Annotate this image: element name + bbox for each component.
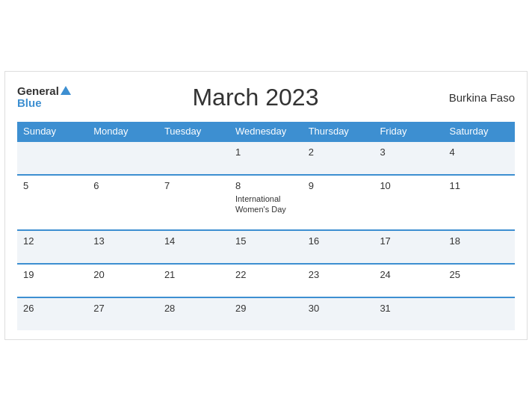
calendar-cell: 21	[158, 264, 229, 297]
day-number: 23	[309, 269, 368, 280]
day-number: 25	[450, 269, 509, 280]
calendar-cell: 6	[87, 175, 158, 231]
calendar-cell: 5	[17, 175, 87, 231]
day-number: 28	[164, 303, 223, 314]
calendar-cell: 14	[158, 230, 229, 264]
weekday-header-sunday: Sunday	[17, 122, 87, 141]
week-row-1: 1234	[17, 141, 515, 175]
day-number: 16	[309, 235, 368, 247]
day-number: 3	[380, 146, 437, 158]
calendar-cell: 9	[303, 175, 374, 231]
calendar-container: General Blue March 2023 Burkina Faso Sun…	[4, 71, 528, 341]
week-row-2: 5678International Women's Day91011	[17, 175, 515, 231]
day-number: 13	[93, 235, 152, 247]
day-number: 29	[235, 303, 297, 314]
day-number: 10	[380, 180, 437, 191]
calendar-cell: 11	[444, 175, 515, 231]
calendar-cell: 25	[444, 264, 515, 297]
calendar-cell: 20	[87, 264, 158, 297]
day-number: 4	[450, 146, 509, 158]
logo-blue-text: Blue	[17, 96, 42, 109]
logo-triangle-icon	[61, 86, 71, 95]
day-number: 8	[235, 180, 297, 191]
day-number: 21	[164, 269, 223, 280]
calendar-cell: 22	[229, 264, 303, 297]
calendar-cell: 15	[229, 230, 303, 264]
day-number: 22	[235, 269, 297, 280]
calendar-cell: 28	[158, 297, 229, 330]
weekday-header-row: SundayMondayTuesdayWednesdayThursdayFrid…	[17, 122, 515, 141]
calendar-cell: 4	[444, 141, 515, 175]
day-number: 17	[380, 235, 437, 247]
week-row-4: 19202122232425	[17, 264, 515, 297]
calendar-cell: 31	[374, 297, 443, 330]
week-row-5: 262728293031	[17, 297, 515, 330]
day-number: 20	[93, 269, 152, 280]
weekday-header-tuesday: Tuesday	[158, 122, 229, 141]
day-number: 15	[235, 235, 297, 247]
day-number: 12	[23, 235, 81, 247]
week-row-3: 12131415161718	[17, 230, 515, 264]
calendar-cell: 13	[87, 230, 158, 264]
day-number: 26	[23, 303, 81, 314]
calendar-cell: 7	[158, 175, 229, 231]
calendar-cell: 24	[374, 264, 443, 297]
calendar-cell: 12	[17, 230, 87, 264]
calendar-cell: 16	[303, 230, 374, 264]
calendar-cell	[158, 141, 229, 175]
calendar-title: March 2023	[71, 84, 440, 111]
calendar-cell: 10	[374, 175, 443, 231]
weekday-header-monday: Monday	[87, 122, 158, 141]
calendar-cell: 29	[229, 297, 303, 330]
day-number: 7	[164, 180, 223, 191]
weekday-header-saturday: Saturday	[444, 122, 515, 141]
calendar-table: SundayMondayTuesdayWednesdayThursdayFrid…	[17, 122, 515, 331]
calendar-cell: 3	[374, 141, 443, 175]
calendar-cell: 18	[444, 230, 515, 264]
calendar-cell: 30	[303, 297, 374, 330]
day-number: 9	[309, 180, 368, 191]
day-number: 31	[380, 303, 437, 314]
day-number: 2	[309, 146, 368, 158]
calendar-cell: 17	[374, 230, 443, 264]
day-number: 11	[450, 180, 509, 191]
day-number: 14	[164, 235, 223, 247]
calendar-cell: 2	[303, 141, 374, 175]
logo-general-text: General	[17, 85, 59, 96]
day-number: 30	[309, 303, 368, 314]
country-name: Burkina Faso	[440, 91, 515, 104]
calendar-cell: 1	[229, 141, 303, 175]
day-number: 6	[93, 180, 152, 191]
day-number: 18	[450, 235, 509, 247]
calendar-cell: 19	[17, 264, 87, 297]
weekday-header-friday: Friday	[374, 122, 443, 141]
calendar-cell: 8International Women's Day	[229, 175, 303, 231]
calendar-cell: 23	[303, 264, 374, 297]
logo: General Blue	[17, 85, 71, 109]
calendar-cell: 26	[17, 297, 87, 330]
day-number: 5	[23, 180, 81, 191]
calendar-cell	[17, 141, 87, 175]
day-number: 24	[380, 269, 437, 280]
weekday-header-wednesday: Wednesday	[229, 122, 303, 141]
day-number: 19	[23, 269, 81, 280]
calendar-cell	[87, 141, 158, 175]
calendar-header: General Blue March 2023 Burkina Faso	[17, 84, 515, 111]
weekday-header-thursday: Thursday	[303, 122, 374, 141]
day-number: 1	[235, 146, 297, 158]
day-number: 27	[93, 303, 152, 314]
calendar-cell	[444, 297, 515, 330]
calendar-cell: 27	[87, 297, 158, 330]
event-label: International Women's Day	[235, 194, 297, 215]
